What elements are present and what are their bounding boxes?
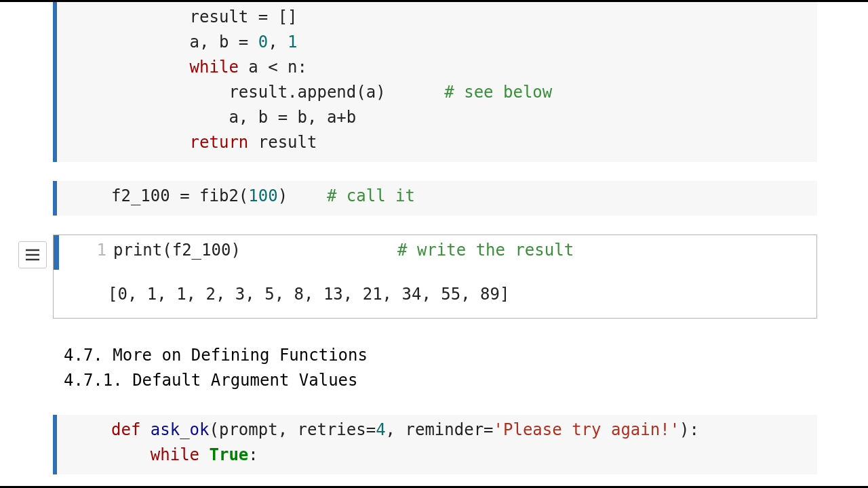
code-body[interactable]: f2_100 = fib2(100) # call it — [111, 181, 817, 216]
output-gutter — [54, 270, 108, 318]
code-body[interactable]: print(f2_100) # write the result — [113, 235, 816, 270]
notebook-area: result = [] a, b = 0, 1 while a < n: res… — [0, 2, 868, 486]
output-text: [0, 1, 1, 2, 3, 5, 8, 13, 21, 34, 55, 89… — [108, 270, 816, 318]
selected-cell-wrap: 1 print(f2_100) # write the result [0, 1… — [53, 235, 817, 319]
output-cell: [0, 1, 1, 2, 3, 5, 8, 13, 21, 34, 55, 89… — [54, 270, 816, 318]
code-cell-print[interactable]: 1 print(f2_100) # write the result — [54, 235, 816, 270]
code-body[interactable]: result = [] a, b = 0, 1 while a < n: res… — [111, 2, 817, 162]
code-body[interactable]: def ask_ok(prompt, retries=4, reminder='… — [111, 415, 817, 474]
line-number: 1 — [59, 238, 106, 263]
markdown-cell[interactable]: 4.7. More on Defining Functions 4.7.1. D… — [53, 338, 817, 396]
heading-4-7-1: 4.7.1. Default Argument Values — [64, 368, 806, 393]
code-cell-fib2-body[interactable]: result = [] a, b = 0, 1 while a < n: res… — [53, 2, 817, 162]
sidebar-toggle-button[interactable] — [18, 241, 47, 268]
heading-4-7: 4.7. More on Defining Functions — [64, 343, 806, 368]
line-number-gutter — [57, 415, 111, 474]
code-cell-askok[interactable]: def ask_ok(prompt, retries=4, reminder='… — [53, 415, 817, 474]
hamburger-icon — [24, 248, 41, 262]
code-cell-call[interactable]: f2_100 = fib2(100) # call it — [53, 181, 817, 216]
line-number-gutter: 1 — [59, 235, 113, 270]
line-number-gutter — [57, 2, 111, 162]
line-number-gutter — [57, 181, 111, 216]
